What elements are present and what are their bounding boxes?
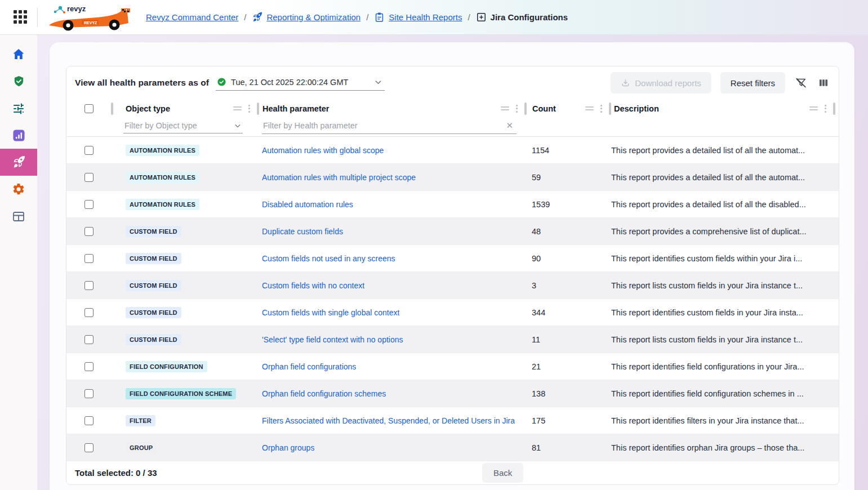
row-checkbox[interactable] — [84, 443, 94, 452]
plus-square-icon — [476, 12, 487, 23]
row-checkbox[interactable] — [84, 173, 94, 182]
columns-icon[interactable] — [817, 76, 830, 90]
breadcrumb-link[interactable]: Reporting & Optimization — [266, 12, 360, 22]
column-drag-icon[interactable] — [809, 106, 818, 110]
count-value: 90 — [532, 254, 541, 263]
rocket-icon — [252, 12, 262, 23]
table-toolbar: View all health parameters as of Tue, 21… — [66, 66, 839, 99]
main-content: View all health parameters as of Tue, 21… — [38, 35, 868, 490]
table-row: CUSTOM FIELD Custom fields with no conte… — [66, 272, 839, 299]
breadcrumb-item-reporting: Reporting & Optimization — [252, 12, 360, 23]
object-type-badge: CUSTOM FIELD — [126, 307, 181, 318]
row-checkbox[interactable] — [84, 227, 94, 236]
description-text: This report provides a detailed list of … — [611, 200, 809, 209]
table-row: CUSTOM FIELD Custom fields not used in a… — [66, 245, 839, 272]
row-checkbox[interactable] — [84, 416, 94, 425]
description-text: This report provides a detailed list of … — [611, 173, 808, 182]
health-parameter-link[interactable]: Orphan field configuration schemes — [262, 389, 386, 398]
sidebar-item-settings[interactable] — [0, 176, 37, 203]
sidebar-item-analytics[interactable] — [0, 122, 37, 149]
health-parameter-link[interactable]: Orphan field configurations — [262, 362, 356, 371]
table-row: GROUP Orphan groups 81 This report ident… — [66, 434, 839, 461]
column-menu-icon[interactable] — [824, 104, 827, 114]
revyz-logo[interactable]: revyz REVYZ — [48, 4, 133, 31]
health-parameter-link[interactable]: Duplicate custom fields — [262, 227, 343, 236]
column-drag-icon[interactable] — [501, 106, 509, 110]
sidebar-item-reporting-active[interactable] — [0, 149, 37, 176]
svg-text:REVYZ: REVYZ — [84, 20, 97, 24]
breadcrumb-link[interactable]: Revyz Command Center — [146, 12, 238, 22]
column-drag-icon[interactable] — [585, 106, 594, 110]
table-header: Object type Health parameter — [66, 99, 839, 137]
sidebar-item-data-card[interactable] — [0, 203, 37, 230]
health-parameter-link[interactable]: Custom fields with single global context — [262, 308, 399, 317]
health-parameter-link[interactable]: Automation rules with multiple project s… — [262, 173, 416, 182]
sidebar-item-configuration[interactable] — [0, 95, 37, 122]
gear-icon — [12, 182, 25, 196]
home-icon — [12, 47, 25, 61]
top-bar: revyz REVYZ Revyz Command Center / Repor… — [0, 0, 868, 35]
toolbar-actions: Download reports Reset filters — [611, 72, 830, 93]
column-header-health-parameter[interactable]: Health parameter — [262, 104, 329, 113]
table-body: AUTOMATION RULES Automation rules with g… — [66, 137, 839, 461]
object-type-filter-select[interactable]: Filter by Object type — [123, 119, 243, 133]
breadcrumb-separator: / — [366, 12, 368, 22]
row-checkbox[interactable] — [84, 389, 94, 398]
sidebar — [0, 35, 38, 490]
clear-filter-icon[interactable] — [794, 76, 808, 90]
row-checkbox[interactable] — [84, 200, 94, 209]
column-header-description[interactable]: Description — [614, 104, 659, 113]
total-selected-value: 0 / 33 — [136, 468, 157, 478]
reset-filters-button[interactable]: Reset filters — [720, 72, 785, 93]
column-menu-icon[interactable] — [599, 104, 603, 114]
health-parameter-link[interactable]: Automation rules with global scope — [262, 146, 384, 155]
object-type-badge: CUSTOM FIELD — [126, 280, 181, 291]
sidebar-item-security[interactable] — [0, 68, 37, 95]
row-checkbox[interactable] — [84, 281, 94, 290]
health-parameter-filter-input[interactable]: Filter by Health parameter ✕ — [262, 119, 517, 134]
health-parameter-link[interactable]: Filters Associated with Deactivated, Sus… — [262, 416, 515, 425]
health-parameter-link[interactable]: 'Select' type field context with no opti… — [262, 335, 403, 344]
app-launcher-icon[interactable] — [14, 10, 28, 25]
health-parameter-link[interactable]: Orphan groups — [262, 443, 314, 452]
total-selected-text: Total selected: 0 / 33 — [75, 468, 157, 478]
table-row: AUTOMATION RULES Automation rules with m… — [66, 164, 839, 191]
count-value: 59 — [532, 173, 541, 182]
page-card: View all health parameters as of Tue, 21… — [50, 42, 854, 490]
column-menu-icon[interactable] — [247, 104, 251, 114]
column-drag-icon[interactable] — [233, 106, 242, 110]
download-reports-button[interactable]: Download reports — [611, 72, 711, 93]
column-resize-handle[interactable] — [833, 103, 835, 115]
column-header-object-type[interactable]: Object type — [126, 104, 170, 113]
description-text: This report identifies custom fields in … — [611, 308, 807, 317]
description-text: This report identifies filters in your J… — [611, 416, 808, 425]
column-header-count[interactable]: Count — [532, 104, 556, 113]
row-checkbox[interactable] — [84, 335, 94, 344]
back-button[interactable]: Back — [482, 463, 523, 483]
column-menu-icon[interactable] — [515, 104, 519, 114]
count-value: 344 — [532, 308, 545, 317]
object-type-badge: AUTOMATION RULES — [126, 145, 199, 156]
row-checkbox[interactable] — [84, 308, 94, 317]
count-value: 138 — [532, 389, 545, 398]
snapshot-date-value: Tue, 21 Oct 2025 22:00:24 GMT — [231, 78, 371, 87]
object-type-badge: CUSTOM FIELD — [126, 334, 181, 345]
sidebar-item-home[interactable] — [0, 41, 37, 68]
row-checkbox[interactable] — [84, 146, 94, 155]
health-parameter-link[interactable]: Disabled automation rules — [262, 200, 353, 209]
count-value: 21 — [532, 362, 541, 371]
row-checkbox[interactable] — [84, 362, 94, 371]
breadcrumb-link[interactable]: Site Health Reports — [389, 12, 462, 22]
row-checkbox[interactable] — [84, 254, 94, 263]
description-text: This report lists custom fields in your … — [611, 335, 806, 344]
select-all-checkbox[interactable] — [84, 104, 94, 113]
table-row: FILTER Filters Associated with Deactivat… — [66, 407, 839, 434]
snapshot-date-select[interactable]: Tue, 21 Oct 2025 22:00:24 GMT — [216, 75, 385, 91]
count-value: 1539 — [532, 200, 550, 209]
health-parameter-link[interactable]: Custom fields with no context — [262, 281, 364, 290]
breadcrumb-item-command-center: Revyz Command Center — [146, 12, 238, 22]
view-as-of-label: View all health parameters as of — [75, 78, 209, 88]
health-parameter-link[interactable]: Custom fields not used in any screens — [262, 254, 395, 263]
clear-input-icon[interactable]: ✕ — [505, 121, 514, 131]
count-value: 3 — [532, 281, 536, 290]
